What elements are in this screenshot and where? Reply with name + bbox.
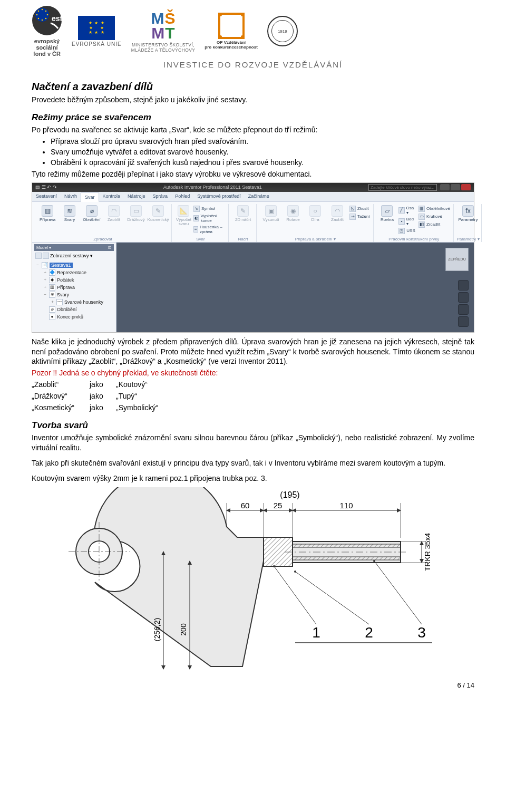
help-search-input[interactable] <box>368 184 437 191</box>
orbit-icon[interactable] <box>458 316 469 327</box>
obdelnikove-button[interactable]: ▦Obdélníkové <box>419 205 450 212</box>
maximize-button[interactable] <box>451 184 460 190</box>
tazeni-button[interactable]: ⇢Tažení <box>349 213 370 220</box>
pan-icon[interactable] <box>458 292 469 303</box>
ribbon-tab[interactable]: Systémové prostředí <box>193 192 245 201</box>
svg-point-3 <box>45 11 47 12</box>
zkosit-button[interactable]: ◺Zkosit <box>349 205 370 212</box>
ribbon-group-label: Svar <box>173 237 228 241</box>
button-label: Zkosit <box>357 206 368 211</box>
tree-node-sestava1[interactable]: −📄Sestava1 <box>35 262 113 269</box>
priprava-button[interactable]: ▥Příprava <box>37 205 57 222</box>
expand-icon[interactable]: + <box>50 299 55 304</box>
zkosit-icon: ◺ <box>349 206 356 212</box>
ribbon-group: ▱Rovina╱Osa ▾•Bod ▾◳USS▦Obdélníkové◌Kruh… <box>375 204 454 242</box>
op-square-icon <box>218 13 245 39</box>
button-label: Rotace <box>286 218 299 222</box>
tree-node-priprava[interactable]: +▥Příprava <box>35 284 113 291</box>
tree-node-icon: ⌀ <box>49 306 55 313</box>
home-view-icon[interactable] <box>458 280 469 291</box>
tree-node-icon: ● <box>49 314 55 320</box>
svg-line-48 <box>374 561 422 624</box>
kosmeticky-button: ✎Kosmetický <box>148 205 168 222</box>
page-number: 6 / 14 <box>32 681 474 689</box>
housenka-zprava-button[interactable]: ≡Housenka – zpráva <box>193 224 225 235</box>
svg-text:TRKR 35x4: TRKR 35x4 <box>423 533 432 572</box>
zrcadlit-button[interactable]: ▮▯Zrcadlit <box>419 221 450 228</box>
svg-text:2: 2 <box>365 624 373 641</box>
ribbon-group: ▥Příprava≋Svary⌀Obrábění◠Zaoblit▭Drážkov… <box>34 204 172 242</box>
search-icon[interactable] <box>43 253 49 259</box>
svg-text:(195): (195) <box>280 490 299 499</box>
close-button[interactable] <box>461 184 471 190</box>
text-nacteni-p1: Provedete běžným způsobem, stejně jako u… <box>32 95 474 105</box>
dira-icon: ○ <box>309 205 321 217</box>
eu-label: EVROPSKÁ UNIE <box>72 41 122 47</box>
op-logo: OP Vzdělávání pro konkurenceschopnost <box>205 13 257 50</box>
view-mode-dropdown[interactable]: Zobrazení sestavy ▾ <box>50 253 93 258</box>
svg-point-2 <box>42 9 43 11</box>
svg-line-41 <box>274 566 316 624</box>
button-label: Díra <box>311 218 319 222</box>
ribbon-tab[interactable]: Správa <box>149 192 172 201</box>
tree-node-svary-node[interactable]: −≋Svary <box>35 291 113 298</box>
svg-point-49 <box>373 560 375 562</box>
tree-node-reprezentace[interactable]: +🔷Reprezentace <box>35 269 113 276</box>
ribbon-tab[interactable]: Kontrola <box>99 192 124 201</box>
obrabeni-button[interactable]: ⌀Obrábění <box>82 205 102 222</box>
vyplneni-konce-button[interactable]: ◐Vyplnění konce <box>193 213 225 224</box>
parametry-button[interactable]: fxParametry <box>458 205 478 222</box>
osa-button[interactable]: ╱Osa ▾ <box>398 205 416 216</box>
minimize-button[interactable] <box>440 184 450 190</box>
uss-button[interactable]: ◳USS <box>398 227 416 235</box>
inventor-screenshot: ▤ ☰ ↶ ↷ Autodesk Inventor Professional 2… <box>32 182 474 333</box>
filter-icon[interactable] <box>35 253 42 259</box>
svg-text:(256,2): (256,2) <box>153 618 161 641</box>
graphics-viewport[interactable]: ZEPŘEDU <box>116 243 474 332</box>
rovina-button[interactable]: ▱Rovina <box>378 205 397 222</box>
tree-node-obrabeni-node[interactable]: ⌀Obrábění <box>35 306 113 313</box>
ribbon-tabs: SestaveníNávrhSvarKontrolaNástrojeSpráva… <box>32 192 474 202</box>
ribbon-tab[interactable]: Pohled <box>171 192 193 201</box>
translation-row: „Drážkový“jako„Tupý“ <box>32 391 474 401</box>
tree-node-svarove-housenky[interactable]: +〰Svarové housenky <box>35 298 113 306</box>
ribbon-tab[interactable]: Svar <box>81 192 99 202</box>
bod-button[interactable]: •Bod ▾ <box>398 216 416 227</box>
tree-node-label: Konec prvků <box>57 314 83 320</box>
symbol-button[interactable]: ↘Symbol <box>193 205 225 212</box>
expand-icon[interactable]: + <box>43 285 47 289</box>
expand-icon[interactable]: − <box>43 292 47 297</box>
button-label: Rovina <box>381 218 394 222</box>
translation-row: „Zaoblit“jako„Koutový“ <box>32 380 474 390</box>
expand-icon[interactable]: + <box>43 270 47 275</box>
qat: ▤ ☰ ↶ ↷ <box>35 185 57 190</box>
zoom-icon[interactable] <box>458 304 469 315</box>
button-label: Svary <box>64 218 75 222</box>
eu-flag-icon: ★ ★ ★★ ★★ ★ ★ <box>78 16 115 40</box>
nav-bar <box>458 280 469 327</box>
expand-icon[interactable]: − <box>35 263 40 267</box>
ribbon-tab[interactable]: Sestavení <box>32 192 61 201</box>
ribbon-tab[interactable]: Nástroje <box>124 192 149 201</box>
kosmeticky-icon: ✎ <box>152 205 164 217</box>
kruhove-button[interactable]: ◌Kruhové <box>419 213 450 220</box>
viewcube[interactable]: ZEPŘEDU <box>445 248 469 271</box>
tree-node-konec-prvku[interactable]: ●Konec prvků <box>35 313 113 321</box>
text-tvorba-p1: Inventor umožňuje symbolické znázornění … <box>32 433 474 453</box>
tree-node-pocatek[interactable]: +◆Počátek <box>35 276 113 284</box>
expand-icon[interactable]: + <box>43 277 47 282</box>
model-browser-panel: Model ▾⊡ Zobrazení sestavy ▾ −📄Sestava1+… <box>32 243 116 332</box>
vyplneni-konce-icon: ◐ <box>193 215 199 221</box>
model-panel-header[interactable]: Model ▾⊡ <box>34 244 114 251</box>
school-seal-icon: 1919 <box>267 16 298 46</box>
kruhove-icon: ◌ <box>419 214 425 220</box>
esf-caption: evropský sociální fond v ČR <box>33 38 61 57</box>
ribbon-tab[interactable]: Začínáme <box>245 192 273 201</box>
svary-button[interactable]: ≋Svary <box>60 205 80 222</box>
svg-text:60: 60 <box>241 501 250 510</box>
model-panel-toolbar: Zobrazení sestavy ▾ <box>34 251 114 260</box>
text-rezimy-intro: Po převodu na svařenec se aktivuje karta… <box>32 125 474 135</box>
heading-rezimy: Režimy práce se svařencem <box>32 112 474 123</box>
eu-logo: ★ ★ ★★ ★★ ★ ★ EVROPSKÁ UNIE <box>72 16 122 47</box>
ribbon-tab[interactable]: Návrh <box>61 192 81 201</box>
